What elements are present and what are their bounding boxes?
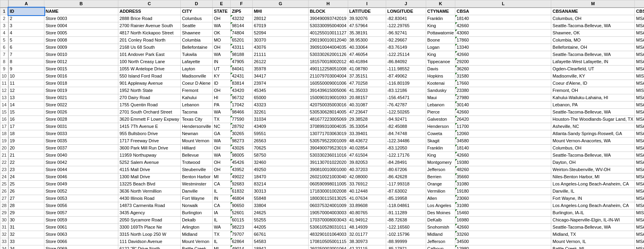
cell-H-9[interactable]: 490112258051008: [308, 66, 348, 73]
cell-A-28[interactable]: 28: [8, 202, 44, 209]
cell-N-20[interactable]: MSA: [635, 145, 644, 152]
cell-F-25[interactable]: 92683: [230, 181, 252, 188]
table-row[interactable]: 2020Store 00373600 Park Mill Run DriveHi…: [0, 145, 644, 152]
cell-K-9[interactable]: Davis: [426, 66, 455, 73]
cell-K-2[interactable]: Franklin: [426, 15, 455, 22]
cell-G-7[interactable]: 21111: [252, 51, 308, 58]
col-header-I[interactable]: I: [348, 0, 386, 8]
cell-K-30[interactable]: DeKalb: [426, 217, 455, 224]
cell-N-22[interactable]: MSA: [635, 159, 644, 166]
cell-L-5[interactable]: 17860: [455, 37, 551, 44]
cell-A-32[interactable]: 32: [8, 231, 44, 238]
cell-A-23[interactable]: 23: [8, 166, 44, 173]
cell-J-2[interactable]: -82.83041: [386, 15, 426, 22]
cell-H-25[interactable]: 060590998011005: [308, 181, 348, 188]
cell-I-29[interactable]: 40.80765: [348, 209, 386, 217]
cell-C-14[interactable]: 1755 Quentin Road: [118, 102, 181, 109]
cell-A-10[interactable]: 10: [8, 73, 44, 80]
cell-L-3[interactable]: 42660: [455, 22, 551, 30]
cell-J-8[interactable]: -86.84092: [386, 58, 426, 66]
col-header-D[interactable]: D: [181, 0, 213, 8]
cell-A-24[interactable]: 24: [8, 173, 44, 181]
cell-M-25[interactable]: Los Angeles-Long Beach-Anaheim, CA: [551, 181, 635, 188]
cell-G-26[interactable]: 30313: [252, 188, 308, 195]
cell-K-3[interactable]: King: [426, 22, 455, 30]
cell-M-12[interactable]: Fremont, OH: [551, 87, 635, 94]
cell-J-31[interactable]: -122.16560: [386, 224, 426, 231]
cell-H-7[interactable]: 530330262001126: [308, 51, 348, 58]
cell-B-27[interactable]: Store 0053: [44, 195, 118, 202]
cell-D-22[interactable]: Trotwood: [181, 159, 213, 166]
cell-M-11[interactable]: Coeur d'Alene, ID: [551, 80, 635, 87]
cell-E-5[interactable]: MO: [212, 37, 230, 44]
cell-F-12[interactable]: 43420: [230, 87, 252, 94]
cell-F-2[interactable]: 43232: [230, 15, 252, 22]
cell-J-27[interactable]: -85.19958: [386, 195, 426, 202]
cell-G-24[interactable]: 18470: [252, 173, 308, 181]
cell-B-20[interactable]: Store 0037: [44, 145, 118, 152]
cell-E-34[interactable]: MI: [212, 245, 230, 249]
cell-N-33[interactable]: MSA: [635, 238, 644, 245]
cell-B-16[interactable]: Store 0028: [44, 116, 118, 123]
cell-M-15[interactable]: Seattle-Tacoma-Bellevue, WA: [551, 109, 635, 116]
table-row[interactable]: 66Store 00092168 Us 68 SouthBellefontain…: [0, 44, 644, 51]
cell-B-28[interactable]: Store 0056: [44, 202, 118, 209]
cell-M-30[interactable]: Chicago-Naperville-Elgin, IL-IN-WI: [551, 217, 635, 224]
cell-H-19[interactable]: 530579522001009: [308, 137, 348, 145]
cell-E-21[interactable]: WA: [212, 152, 230, 159]
cell-B-6[interactable]: Store 0009: [44, 44, 118, 51]
cell-E-33[interactable]: IL: [212, 238, 230, 245]
cell-F-28[interactable]: 90650: [230, 202, 252, 209]
cell-B-34[interactable]: Store 0069: [44, 245, 118, 249]
cell-H-20[interactable]: 390490079523019: [308, 145, 348, 152]
cell-N-23[interactable]: MSA: [635, 166, 644, 173]
cell-H-30[interactable]: 170370008003043: [308, 217, 348, 224]
cell-M-32[interactable]: Midland, TX: [551, 231, 635, 238]
cell-C-34[interactable]: 6122 "B" Drive North: [118, 245, 181, 249]
cell-E-11[interactable]: ID: [212, 80, 230, 87]
cell-N-27[interactable]: MSA: [635, 195, 644, 202]
cell-D-26[interactable]: Danville: [181, 188, 213, 195]
cell-E-22[interactable]: OH: [212, 159, 230, 166]
cell-B-7[interactable]: Store 0010: [44, 51, 118, 58]
cell-B-33[interactable]: Store 0066: [44, 238, 118, 245]
cell-I-12[interactable]: 41.35033: [348, 87, 386, 94]
cell-L-1[interactable]: CBSA: [455, 8, 551, 15]
cell-L-15[interactable]: 42660: [455, 109, 551, 116]
cell-A-20[interactable]: 20: [8, 145, 44, 152]
cell-B-15[interactable]: Store 0026: [44, 109, 118, 116]
cell-G-29[interactable]: 24625: [252, 209, 308, 217]
cell-M-34[interactable]: Battle Creek, MI: [551, 245, 635, 249]
cell-K-15[interactable]: Pierce: [426, 109, 455, 116]
cell-M-20[interactable]: Columbus, OH: [551, 145, 635, 152]
cell-C-26[interactable]: 3636 North Vermillion: [118, 188, 181, 195]
cell-J-13[interactable]: -156.45471: [386, 94, 426, 102]
cell-L-10[interactable]: 31580: [455, 73, 551, 80]
cell-L-9[interactable]: 36260: [455, 66, 551, 73]
cell-D-5[interactable]: Columbia: [181, 37, 213, 44]
cell-A-11[interactable]: 11: [8, 80, 44, 87]
col-header-L[interactable]: L: [455, 0, 551, 8]
cell-F-11[interactable]: 83814: [230, 80, 252, 87]
cell-C-22[interactable]: 5252 Salem Avenue: [118, 159, 181, 166]
cell-L-16[interactable]: 26420: [455, 116, 551, 123]
cell-M-26[interactable]: Danville, IL: [551, 188, 635, 195]
cell-M-19[interactable]: Mount Vernon-Anacortes, WA: [551, 137, 635, 145]
cell-B-3[interactable]: Store 0004: [44, 22, 118, 30]
cell-J-10[interactable]: -87.49062: [386, 73, 426, 80]
cell-A-30[interactable]: 30: [8, 217, 44, 224]
cell-I-19[interactable]: 48.43672: [348, 137, 386, 145]
cell-H-34[interactable]: 260250003001064: [308, 245, 348, 249]
cell-M-14[interactable]: Lebanon, PA: [551, 102, 635, 109]
table-row[interactable]: 2121Store 004011959 NorthupwayBellevueWA…: [0, 152, 644, 159]
cell-M-3[interactable]: Seattle-Tacoma-Bellevue, WA: [551, 22, 635, 30]
cell-M-28[interactable]: Los Angeles-Long Beach-Anaheim, CA: [551, 202, 635, 209]
table-row[interactable]: 88Store 0012100 North Creasy LaneLafayet…: [0, 58, 644, 66]
cell-E-10[interactable]: KY: [212, 73, 230, 80]
cell-G-25[interactable]: 83214: [252, 181, 308, 188]
cell-G-12[interactable]: 45345: [252, 87, 308, 94]
table-row[interactable]: 44Store 00054817 North Kickapoo StreetSh…: [0, 30, 644, 37]
cell-N-18[interactable]: MSA: [635, 130, 644, 137]
cell-H-24[interactable]: 260210021003040: [308, 173, 348, 181]
cell-E-27[interactable]: IN: [212, 195, 230, 202]
